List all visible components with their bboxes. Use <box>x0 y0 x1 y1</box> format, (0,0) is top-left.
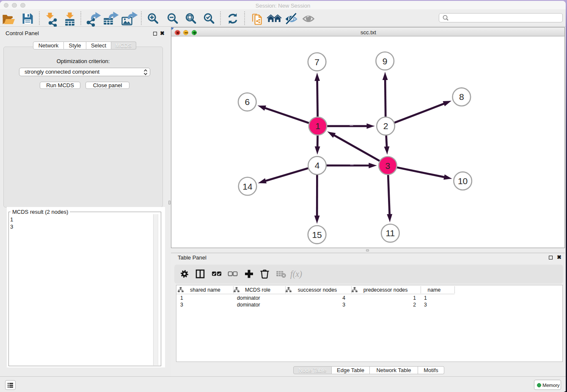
svg-text:3: 3 <box>424 302 427 308</box>
svg-text:name: name <box>428 287 441 293</box>
svg-text:15: 15 <box>312 230 322 240</box>
svg-text:3: 3 <box>342 302 345 308</box>
svg-text:1: 1 <box>424 295 427 301</box>
svg-text:predecessor nodes: predecessor nodes <box>363 287 408 293</box>
svg-text:1: 1 <box>180 295 183 301</box>
svg-text:shared name: shared name <box>190 287 220 293</box>
svg-text:successor nodes: successor nodes <box>298 287 337 293</box>
svg-text:11: 11 <box>385 228 395 238</box>
svg-text:1: 1 <box>315 121 320 131</box>
svg-text:dominator: dominator <box>237 295 260 301</box>
svg-text:8: 8 <box>459 92 464 102</box>
svg-text:MCDS role: MCDS role <box>245 287 270 293</box>
svg-text:3: 3 <box>385 161 391 171</box>
svg-text:14: 14 <box>242 182 253 191</box>
svg-text:4: 4 <box>315 160 320 170</box>
svg-text:2: 2 <box>383 121 388 131</box>
svg-text:7: 7 <box>314 57 319 67</box>
svg-text:1: 1 <box>413 295 416 301</box>
svg-text:4: 4 <box>342 295 345 301</box>
svg-text:6: 6 <box>245 97 250 107</box>
svg-text:f(x): f(x) <box>290 269 302 279</box>
svg-text:2: 2 <box>413 302 416 308</box>
svg-text:3: 3 <box>180 302 183 308</box>
svg-text:dominator: dominator <box>237 302 260 308</box>
svg-text:10: 10 <box>458 176 468 186</box>
svg-text:9: 9 <box>383 56 388 66</box>
